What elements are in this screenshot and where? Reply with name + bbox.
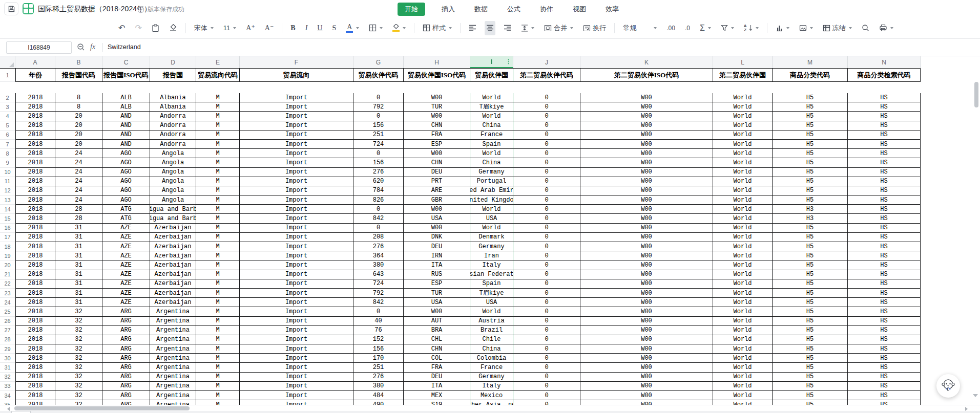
cell-I4[interactable]: World [470,112,513,121]
cell-G34[interactable]: 484 [353,391,404,400]
cell-A22[interactable]: 2018 [15,279,55,289]
cell-H3[interactable]: TUR [404,102,470,112]
cell-G11[interactable]: 620 [353,177,404,186]
column-header-M[interactable]: M [773,56,848,68]
tab-formula[interactable]: 公式 [504,3,524,16]
cell-L26[interactable]: World [713,317,773,326]
cell-H7[interactable]: ESP [404,140,470,149]
cell-I13[interactable]: United Kingdom [470,195,513,205]
scroll-right-arrow-icon[interactable] [965,407,968,411]
decrease-font-button[interactable]: A⁻ [263,21,276,35]
cell-D22[interactable]: Azerbaijan [150,279,196,289]
cell-K8[interactable]: W00 [580,149,713,158]
cell-K3[interactable]: W00 [580,102,713,112]
cell-F29[interactable]: Import [240,344,353,354]
cell-J15[interactable]: 0 [513,214,580,223]
align-center-button[interactable] [485,21,495,35]
fill-color-button[interactable] [391,21,407,35]
cell-F28[interactable]: Import [240,335,353,344]
row-header-14[interactable]: 14 [0,205,15,214]
cell-B33[interactable]: 32 [55,382,102,391]
cell-B23[interactable]: 31 [55,289,102,298]
cell-L23[interactable]: World [713,289,773,298]
paste-button[interactable] [150,21,161,35]
cell-M32[interactable]: H5 [773,373,848,382]
header-cell-A1[interactable]: 年份 [15,69,55,82]
cell-L9[interactable]: World [713,158,773,167]
cell-I11[interactable]: Portugal [470,177,513,186]
row-header-5[interactable]: 5 [0,121,15,131]
cell-M11[interactable]: H5 [773,177,848,186]
cell-J4[interactable]: 0 [513,112,580,121]
cell-M24[interactable]: H5 [773,298,848,307]
cell-A28[interactable]: 2018 [15,335,55,344]
cell-N23[interactable]: HS [848,289,921,298]
cell-N22[interactable]: HS [848,279,921,289]
cell-B3[interactable]: 8 [55,102,102,112]
cell-F4[interactable]: Import [240,112,353,121]
cell-M15[interactable]: H3 [773,214,848,223]
cell-H4[interactable]: W00 [404,112,470,121]
cell-M34[interactable]: H5 [773,391,848,400]
cell-B9[interactable]: 24 [55,158,102,167]
cell-C16[interactable]: AZE [102,224,150,233]
cell-A4[interactable]: 2018 [15,112,55,121]
cell-N18[interactable]: HS [848,242,921,251]
undo-button[interactable]: ↶ [117,21,127,35]
cell-L13[interactable]: World [713,195,773,205]
cell-A2[interactable]: 2018 [15,93,55,102]
cell-A17[interactable]: 2018 [15,233,55,242]
cell-L15[interactable]: World [713,214,773,223]
cell-A33[interactable]: 2018 [15,382,55,391]
bold-button[interactable]: B [289,21,297,35]
cell-C33[interactable]: ARG [102,382,150,391]
cell-G27[interactable]: 76 [353,326,404,335]
cell-A23[interactable]: 2018 [15,289,55,298]
cell-L20[interactable]: World [713,260,773,270]
cell-M9[interactable]: H5 [773,158,848,167]
cell-H20[interactable]: ITA [404,260,470,270]
cell-E18[interactable]: M [196,242,240,251]
cell-F2[interactable]: Import [240,93,353,102]
cell-E33[interactable]: M [196,382,240,391]
cell-M3[interactable]: H5 [773,102,848,112]
cell-F16[interactable]: Import [240,224,353,233]
cell-I28[interactable]: Chile [470,335,513,344]
cell-F34[interactable]: Import [240,391,353,400]
cell-C26[interactable]: ARG [102,317,150,326]
row-header-34[interactable]: 34 [0,391,15,400]
cell-J17[interactable]: 0 [513,233,580,242]
header-cell-I1[interactable]: 贸易伙伴国 [470,69,513,82]
cell-D3[interactable]: Albania [150,102,196,112]
cell-D7[interactable]: Andorra [150,140,196,149]
column-header-E[interactable]: E [196,56,240,68]
cell-L14[interactable]: World [713,205,773,214]
cell-M22[interactable]: H5 [773,279,848,289]
cell-M14[interactable]: H3 [773,205,848,214]
cell-D5[interactable]: Andorra [150,121,196,131]
cell-A32[interactable]: 2018 [15,373,55,382]
redo-button[interactable]: ↷ [133,21,143,35]
cell-I3[interactable]: T眉kiye [470,102,513,112]
print-button[interactable] [878,21,895,35]
cell-C2[interactable]: ALB [102,93,150,102]
cell-L22[interactable]: World [713,279,773,289]
cell-H14[interactable]: W00 [404,205,470,214]
cell-I7[interactable]: Spain [470,140,513,149]
cell-N6[interactable]: HS [848,131,921,140]
cell-B16[interactable]: 31 [55,224,102,233]
horizontal-scrollbar-thumb[interactable] [14,406,190,410]
cell-F6[interactable]: Import [240,131,353,140]
cell-F24[interactable]: Import [240,298,353,307]
cell-D28[interactable]: Argentina [150,335,196,344]
cell-N7[interactable]: HS [848,140,921,149]
scroll-down-arrow-icon[interactable] [973,394,978,397]
tab-view[interactable]: 视图 [570,3,589,16]
cell-D6[interactable]: Andorra [150,131,196,140]
cell-B2[interactable]: 8 [55,93,102,102]
cell-I5[interactable]: China [470,121,513,131]
align-left-button[interactable] [467,21,478,35]
cell-F30[interactable]: Import [240,354,353,363]
cell-L7[interactable]: World [713,140,773,149]
cell-B30[interactable]: 32 [55,354,102,363]
